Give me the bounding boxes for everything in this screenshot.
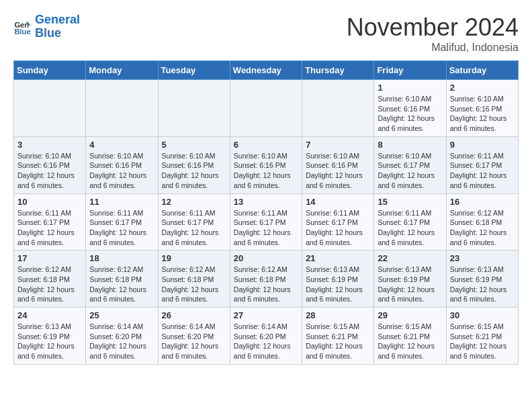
day-info: Sunrise: 6:10 AM Sunset: 6:17 PM Dayligh… [378, 151, 442, 191]
day-info: Sunrise: 6:10 AM Sunset: 6:16 PM Dayligh… [378, 94, 442, 134]
calendar-subtitle: Malifud, Indonesia [347, 42, 519, 54]
day-number: 14 [306, 197, 370, 207]
calendar-cell: 7Sunrise: 6:10 AM Sunset: 6:16 PM Daylig… [302, 136, 374, 193]
calendar-cell: 1Sunrise: 6:10 AM Sunset: 6:16 PM Daylig… [374, 80, 446, 137]
day-info: Sunrise: 6:14 AM Sunset: 6:20 PM Dayligh… [234, 322, 298, 361]
day-info: Sunrise: 6:10 AM Sunset: 6:16 PM Dayligh… [234, 151, 298, 191]
calendar-cell: 27Sunrise: 6:14 AM Sunset: 6:20 PM Dayli… [230, 308, 302, 365]
calendar-cell: 28Sunrise: 6:15 AM Sunset: 6:21 PM Dayli… [302, 308, 374, 365]
calendar-cell: 14Sunrise: 6:11 AM Sunset: 6:17 PM Dayli… [302, 193, 374, 250]
day-info: Sunrise: 6:13 AM Sunset: 6:19 PM Dayligh… [378, 265, 442, 304]
calendar-table: SundayMondayTuesdayWednesdayThursdayFrid… [13, 60, 519, 365]
day-info: Sunrise: 6:11 AM Sunset: 6:17 PM Dayligh… [450, 151, 515, 191]
calendar-cell: 4Sunrise: 6:10 AM Sunset: 6:16 PM Daylig… [86, 136, 158, 193]
day-number: 7 [306, 140, 370, 150]
title-block: November 2024 Malifud, Indonesia [347, 13, 519, 54]
day-number: 6 [234, 140, 298, 150]
day-info: Sunrise: 6:13 AM Sunset: 6:19 PM Dayligh… [306, 265, 370, 304]
calendar-cell: 18Sunrise: 6:12 AM Sunset: 6:18 PM Dayli… [86, 250, 158, 308]
calendar-cell: 22Sunrise: 6:13 AM Sunset: 6:19 PM Dayli… [374, 250, 446, 308]
calendar-cell: 2Sunrise: 6:10 AM Sunset: 6:16 PM Daylig… [446, 80, 518, 137]
day-number: 1 [378, 83, 442, 93]
day-info: Sunrise: 6:10 AM Sunset: 6:16 PM Dayligh… [306, 151, 370, 191]
calendar-cell: 15Sunrise: 6:11 AM Sunset: 6:17 PM Dayli… [374, 193, 446, 250]
day-number: 19 [162, 253, 226, 263]
day-number: 2 [450, 83, 515, 93]
day-info: Sunrise: 6:11 AM Sunset: 6:17 PM Dayligh… [17, 208, 82, 248]
calendar-cell: 13Sunrise: 6:11 AM Sunset: 6:17 PM Dayli… [230, 193, 302, 250]
calendar-cell: 25Sunrise: 6:14 AM Sunset: 6:20 PM Dayli… [86, 308, 158, 365]
day-number: 12 [162, 197, 226, 207]
calendar-cell [158, 80, 230, 137]
calendar-cell: 29Sunrise: 6:15 AM Sunset: 6:21 PM Dayli… [374, 308, 446, 365]
weekday-header-wednesday: Wednesday [230, 61, 302, 80]
day-info: Sunrise: 6:11 AM Sunset: 6:17 PM Dayligh… [162, 208, 226, 248]
day-number: 3 [17, 140, 82, 150]
page-header: Gen Blue GeneralBlue November 2024 Malif… [13, 13, 519, 54]
calendar-cell: 19Sunrise: 6:12 AM Sunset: 6:18 PM Dayli… [158, 250, 230, 308]
day-info: Sunrise: 6:10 AM Sunset: 6:16 PM Dayligh… [450, 94, 515, 134]
calendar-cell: 3Sunrise: 6:10 AM Sunset: 6:16 PM Daylig… [14, 136, 86, 193]
day-info: Sunrise: 6:11 AM Sunset: 6:17 PM Dayligh… [378, 208, 442, 248]
calendar-week-row: 1Sunrise: 6:10 AM Sunset: 6:16 PM Daylig… [14, 80, 519, 137]
calendar-cell: 24Sunrise: 6:13 AM Sunset: 6:19 PM Dayli… [14, 308, 86, 365]
day-number: 11 [89, 197, 154, 207]
day-number: 20 [234, 253, 298, 263]
day-info: Sunrise: 6:10 AM Sunset: 6:16 PM Dayligh… [162, 151, 226, 191]
calendar-cell: 8Sunrise: 6:10 AM Sunset: 6:17 PM Daylig… [374, 136, 446, 193]
day-number: 30 [450, 310, 515, 320]
calendar-cell: 20Sunrise: 6:12 AM Sunset: 6:18 PM Dayli… [230, 250, 302, 308]
calendar-title: November 2024 [347, 13, 519, 42]
calendar-cell: 9Sunrise: 6:11 AM Sunset: 6:17 PM Daylig… [446, 136, 518, 193]
calendar-cell [14, 80, 86, 137]
day-number: 21 [306, 253, 370, 263]
day-info: Sunrise: 6:14 AM Sunset: 6:20 PM Dayligh… [89, 322, 154, 361]
day-number: 24 [17, 310, 82, 320]
calendar-week-row: 10Sunrise: 6:11 AM Sunset: 6:17 PM Dayli… [14, 193, 519, 250]
day-number: 27 [234, 310, 298, 320]
calendar-week-row: 17Sunrise: 6:12 AM Sunset: 6:18 PM Dayli… [14, 250, 519, 308]
day-info: Sunrise: 6:12 AM Sunset: 6:18 PM Dayligh… [234, 265, 298, 304]
day-number: 23 [450, 253, 515, 263]
svg-text:Blue: Blue [14, 28, 30, 36]
calendar-cell: 6Sunrise: 6:10 AM Sunset: 6:16 PM Daylig… [230, 136, 302, 193]
day-number: 17 [17, 253, 82, 263]
weekday-header-tuesday: Tuesday [158, 61, 230, 80]
day-info: Sunrise: 6:12 AM Sunset: 6:18 PM Dayligh… [162, 265, 226, 304]
calendar-cell: 16Sunrise: 6:12 AM Sunset: 6:18 PM Dayli… [446, 193, 518, 250]
day-number: 29 [378, 310, 442, 320]
day-info: Sunrise: 6:15 AM Sunset: 6:21 PM Dayligh… [306, 322, 370, 361]
weekday-header-thursday: Thursday [302, 61, 374, 80]
day-number: 25 [89, 310, 154, 320]
weekday-header-friday: Friday [374, 61, 446, 80]
day-info: Sunrise: 6:13 AM Sunset: 6:19 PM Dayligh… [450, 265, 515, 304]
logo-text: GeneralBlue [35, 13, 80, 40]
day-number: 15 [378, 197, 442, 207]
day-info: Sunrise: 6:11 AM Sunset: 6:17 PM Dayligh… [89, 208, 154, 248]
day-number: 8 [378, 140, 442, 150]
calendar-week-row: 3Sunrise: 6:10 AM Sunset: 6:16 PM Daylig… [14, 136, 519, 193]
weekday-header-row: SundayMondayTuesdayWednesdayThursdayFrid… [14, 61, 519, 80]
calendar-cell: 23Sunrise: 6:13 AM Sunset: 6:19 PM Dayli… [446, 250, 518, 308]
day-info: Sunrise: 6:12 AM Sunset: 6:18 PM Dayligh… [89, 265, 154, 304]
calendar-week-row: 24Sunrise: 6:13 AM Sunset: 6:19 PM Dayli… [14, 308, 519, 365]
day-info: Sunrise: 6:12 AM Sunset: 6:18 PM Dayligh… [17, 265, 82, 304]
day-info: Sunrise: 6:15 AM Sunset: 6:21 PM Dayligh… [450, 322, 515, 361]
day-number: 28 [306, 310, 370, 320]
calendar-cell: 21Sunrise: 6:13 AM Sunset: 6:19 PM Dayli… [302, 250, 374, 308]
day-info: Sunrise: 6:10 AM Sunset: 6:16 PM Dayligh… [89, 151, 154, 191]
day-info: Sunrise: 6:11 AM Sunset: 6:17 PM Dayligh… [306, 208, 370, 248]
day-info: Sunrise: 6:14 AM Sunset: 6:20 PM Dayligh… [162, 322, 226, 361]
calendar-cell [86, 80, 158, 137]
logo: Gen Blue GeneralBlue [13, 13, 80, 40]
day-number: 13 [234, 197, 298, 207]
day-number: 10 [17, 197, 82, 207]
weekday-header-sunday: Sunday [14, 61, 86, 80]
calendar-cell: 5Sunrise: 6:10 AM Sunset: 6:16 PM Daylig… [158, 136, 230, 193]
calendar-cell [230, 80, 302, 137]
calendar-cell: 17Sunrise: 6:12 AM Sunset: 6:18 PM Dayli… [14, 250, 86, 308]
weekday-header-saturday: Saturday [446, 61, 518, 80]
day-number: 18 [89, 253, 154, 263]
day-info: Sunrise: 6:12 AM Sunset: 6:18 PM Dayligh… [450, 208, 515, 248]
day-number: 22 [378, 253, 442, 263]
